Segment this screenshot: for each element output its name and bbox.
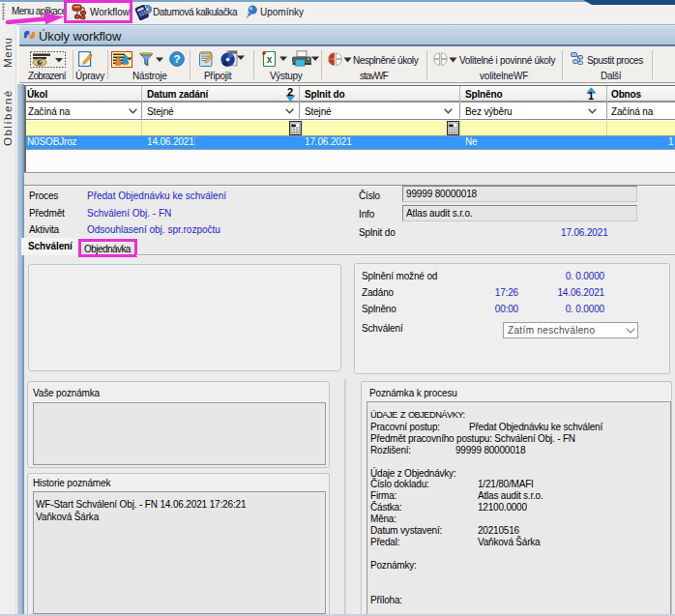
svg-text:x: x bbox=[267, 54, 273, 65]
svg-text:?: ? bbox=[174, 53, 181, 65]
